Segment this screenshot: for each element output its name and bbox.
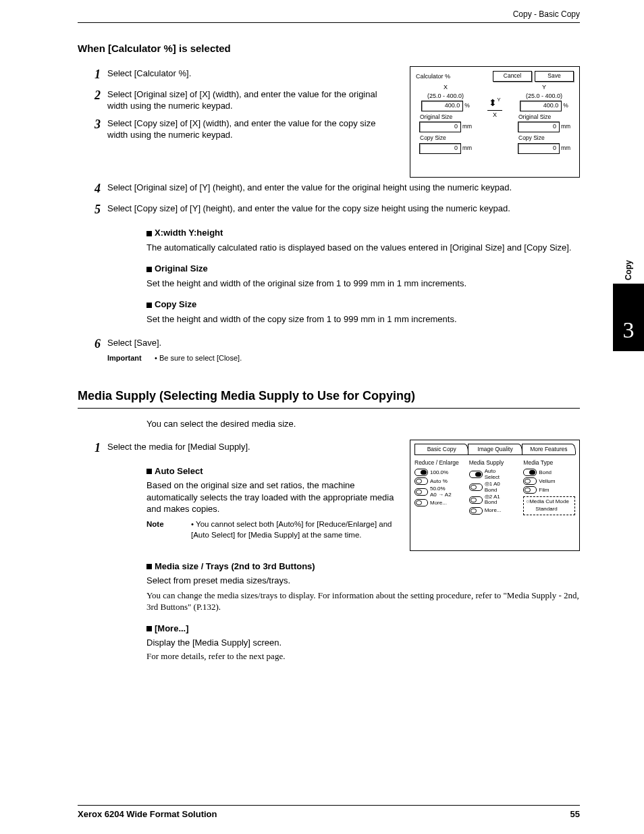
steps-list-continued: 4Select [Original size] of [Y] (height),… [78, 180, 580, 217]
intro-text: You can select the desired media size. [146, 418, 580, 430]
detail-text: The automatically calculated ratio is di… [146, 242, 580, 254]
col-media-supply: Media Supply [469, 459, 521, 467]
tab-more-features: More Features [522, 444, 576, 454]
detail-heading: [More...] [146, 623, 580, 635]
detail-text: Based on the original size and set ratio… [146, 479, 398, 515]
x-copy-field: 0 [419, 143, 461, 154]
footer-product: Xerox 6204 Wide Format Solution [78, 808, 217, 820]
range-label: (25.0 - 400.0) [514, 92, 574, 100]
steps-list: 1Select [Calculator %]. 2Select [Origina… [78, 66, 398, 140]
axis-icon: ⬍Y [481, 97, 508, 109]
chapter-side-tab: 3 [613, 284, 644, 351]
detail-note: You can change the media sizes/trays to … [146, 590, 580, 613]
detail-heading: Media size / Trays (2nd to 3rd Buttons) [146, 561, 580, 573]
steps-list-media: 1Select the media for [Medial Supply]. [78, 440, 398, 456]
step-text: Select [Copy size] of [X] (width), and e… [107, 116, 398, 141]
detail-heading: Copy Size [146, 298, 580, 311]
toggle-icon [523, 477, 537, 485]
tab-image-quality: Image Quality [468, 444, 522, 454]
toggle-icon [414, 499, 428, 506]
save-button: Save [535, 71, 574, 82]
range-label: (25.0 - 400.0) [416, 92, 475, 100]
copy-size-label: Copy Size [514, 134, 574, 142]
toggle-icon [414, 488, 428, 496]
step-number: 5 [78, 201, 107, 217]
side-tab-label: Copy [613, 265, 644, 285]
step-text: Select [Calculator %]. [107, 66, 398, 80]
x-label: X [416, 83, 475, 91]
x-orig-field: 0 [419, 122, 461, 132]
step-text: Select [Save]. [107, 338, 161, 348]
cancel-button: Cancel [493, 71, 532, 82]
step-number: 1 [78, 440, 107, 456]
x-axis-label: X [481, 111, 508, 119]
detail-text: Display the [Media Supply] screen. [146, 637, 580, 649]
tab-basic-copy: Basic Copy [414, 444, 468, 454]
step-text: Select [Original size] of [X] (width), a… [107, 87, 398, 112]
page-footer: Xerox 6204 Wide Format Solution 55 [78, 805, 580, 820]
section-heading-media-supply: Media Supply (Selecting Media Supply to … [78, 388, 580, 404]
toggle-icon [523, 486, 537, 494]
col-media-type: Media Type [523, 459, 575, 467]
detail-text: Select from preset media sizes/trays. [146, 575, 580, 587]
toggle-icon [469, 471, 483, 478]
copy-size-label: Copy Size [416, 134, 475, 142]
y-label: Y [514, 83, 574, 91]
toggle-icon [469, 484, 483, 491]
detail-heading: Original Size [146, 263, 580, 275]
original-size-label: Original Size [514, 113, 574, 121]
y-ratio-field: 400.0 [520, 101, 562, 111]
step-number: 1 [78, 66, 107, 82]
detail-text: Set the height and width of the original… [146, 278, 580, 290]
step-text: Select the media for [Medial Supply]. [107, 440, 398, 453]
step-number: 3 [78, 116, 107, 132]
step-number: 4 [78, 180, 107, 197]
y-orig-field: 0 [518, 122, 560, 132]
note-text: • You cannot select both [Auto%] for [Re… [191, 519, 398, 540]
detail-text: Set the height and width of the copy siz… [146, 313, 580, 325]
y-copy-field: 0 [518, 143, 560, 154]
toggle-icon [414, 477, 428, 485]
note-label: Note [146, 519, 191, 540]
toggle-icon [469, 507, 483, 515]
footer-page-number: 55 [570, 808, 580, 820]
step-text: Select [Copy size] of [Y] (height), and … [107, 201, 580, 215]
detail-note: For more details, refer to the next page… [146, 650, 580, 662]
step-text: Select [Original size] of [Y] (height), … [107, 180, 580, 194]
calculator-screenshot: Calculator % Cancel Save X (25.0 - 400.0… [410, 66, 580, 178]
toggle-icon [523, 469, 537, 476]
toggle-icon [414, 469, 428, 476]
page-header-breadcrumb: Copy - Basic Copy [78, 7, 580, 23]
detail-heading: Auto Select [146, 465, 398, 477]
ss1-title: Calculator % [416, 72, 450, 80]
heading-rule [78, 408, 580, 409]
section-heading-calculator: When [Calculator %] is selected [78, 42, 580, 55]
step-number: 6 [78, 336, 107, 352]
important-label: Important [107, 353, 155, 363]
x-ratio-field: 400.0 [421, 101, 463, 111]
original-size-label: Original Size [416, 113, 475, 121]
basic-copy-screenshot: Basic Copy Image Quality More Features R… [410, 440, 580, 551]
detail-heading: X:width Y:height [146, 227, 580, 239]
chapter-number: 3 [613, 315, 644, 346]
toggle-icon [469, 496, 483, 504]
col-reduce-enlarge: Reduce / Enlarge [414, 459, 466, 467]
steps-list-6: 6 Select [Save]. Important • Be sure to … [78, 336, 580, 363]
media-cut-mode-box: ○Media Cut Mode Standard [523, 496, 575, 515]
step-number: 2 [78, 87, 107, 103]
important-text: • Be sure to select [Close]. [155, 353, 242, 363]
